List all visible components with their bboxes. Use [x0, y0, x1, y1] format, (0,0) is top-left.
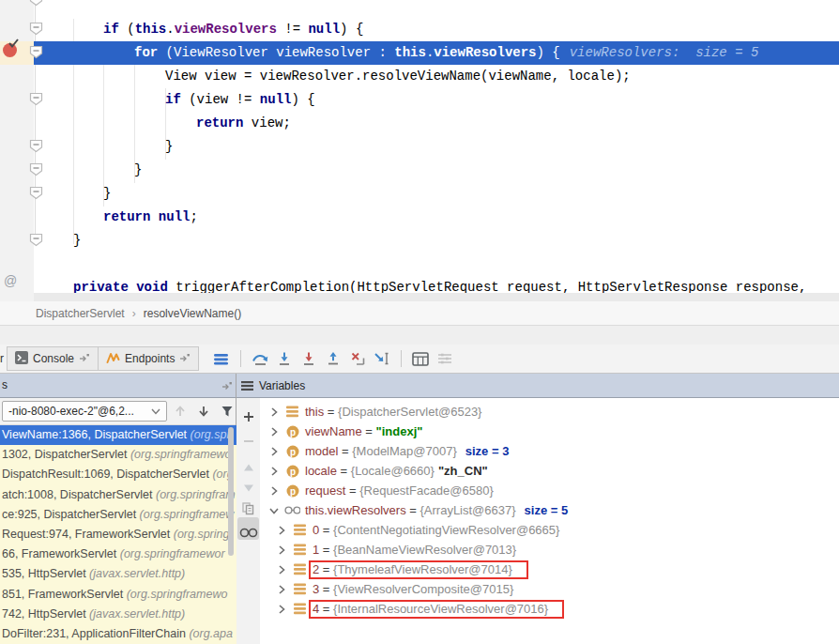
variable-row[interactable]: prequest = {RequestFacade@6580}: [260, 481, 839, 500]
ide-window: if (this.viewResolvers != null) {for (Vi…: [0, 0, 839, 644]
stack-frame[interactable]: 1302, DispatcherServlet (org.springframe…: [0, 445, 236, 465]
tab-debugger-partial[interactable]: r: [0, 352, 7, 365]
stack-frame[interactable]: DispatchResult:1069, DispatcherServlet (…: [0, 465, 236, 484]
jump-icon[interactable]: [179, 352, 191, 365]
stack-frame[interactable]: 742, HttpServlet (javax.servlet.http): [0, 605, 236, 624]
stack-frame[interactable]: Request:974, FrameworkServlet (org.sprin…: [0, 525, 236, 544]
variables-menu-icon[interactable]: [241, 381, 253, 391]
chevron-right-icon[interactable]: [267, 465, 281, 478]
variable-row[interactable]: 0 = {ContentNegotiatingViewResolver@6665…: [260, 520, 839, 540]
fold-marker-icon[interactable]: [29, 233, 43, 247]
chevron-right-icon[interactable]: [275, 524, 288, 537]
fold-marker-icon[interactable]: [29, 22, 43, 36]
code-token: .: [166, 22, 174, 37]
breakpoint-verified-check-icon: [8, 38, 20, 49]
variable-row[interactable]: pmodel = {ModelMap@7007}size = 3: [260, 441, 839, 461]
code-token: (: [119, 22, 135, 37]
execution-code-line: for (ViewResolver viewResolver : this.vi…: [34, 41, 839, 65]
frame-location: Request:974, FrameworkServlet: [2, 528, 174, 541]
force-step-into-icon[interactable]: [297, 347, 321, 370]
step-out-icon[interactable]: [321, 347, 345, 370]
variable-row[interactable]: this.viewResolvers = {ArrayList@6637}siz…: [260, 500, 839, 520]
tab-endpoints[interactable]: Endpoints: [98, 346, 199, 371]
variable-row[interactable]: plocale = {Locale@6660}"zh_CN": [260, 461, 839, 481]
variable-row[interactable]: 1 = {BeanNameViewResolver@7013}: [260, 540, 839, 560]
jump-icon[interactable]: [79, 352, 90, 365]
step-over-icon[interactable]: [248, 347, 272, 370]
tab-console[interactable]: Console: [7, 346, 99, 371]
variable-row[interactable]: 3 = {ViewResolverComposite@7015}: [260, 579, 839, 599]
variable-row[interactable]: this = {DispatcherServlet@6523}: [260, 402, 839, 422]
frame-down-icon[interactable]: [196, 402, 211, 421]
chevron-down-icon[interactable]: [267, 504, 281, 517]
remove-watch-icon[interactable]: [236, 431, 260, 452]
code-token: viewResolvers: [175, 22, 277, 37]
chevron-right-icon[interactable]: [275, 563, 288, 576]
tab-label: Console: [33, 352, 74, 365]
add-watch-icon[interactable]: [236, 406, 260, 427]
fold-marker-icon[interactable]: [29, 92, 43, 106]
variable-row[interactable]: 2 = {ThymeleafViewResolver@7014}: [260, 560, 839, 579]
frame-package: (org.springframewo: [130, 448, 232, 461]
param-icon: p: [284, 465, 300, 478]
annotation-red-box: 2 = {ThymeleafViewResolver@7014}: [309, 560, 528, 579]
panel-headers: s Variables: [0, 374, 839, 398]
chevron-right-icon[interactable]: [267, 406, 281, 419]
equals-sign: =: [319, 602, 333, 616]
move-up-icon[interactable]: [236, 457, 260, 478]
fold-marker-icon[interactable]: [29, 186, 43, 200]
stack-frame-selected[interactable]: ViewName:1366, DispatcherServlet (org.sp…: [0, 425, 236, 445]
variable-ref: {RequestFacade@6580}: [359, 483, 494, 498]
chevron-right-icon[interactable]: [275, 603, 288, 616]
variable-row[interactable]: 4 = {InternalResourceViewResolver@7016}: [260, 599, 839, 619]
variables-tree: this = {DispatcherServlet@6523}pviewName…: [260, 398, 839, 644]
param-icon: p: [284, 425, 300, 438]
stack-frame[interactable]: 851, FrameworkServlet (org.springframewo: [0, 585, 236, 605]
filter-icon[interactable]: [220, 402, 235, 421]
fold-marker-icon[interactable]: [29, 45, 43, 59]
chevron-right-icon[interactable]: [267, 425, 281, 438]
frames-toolbar-icons: [173, 402, 235, 421]
stack-frame[interactable]: 66, FrameworkServlet (org.springframewor: [0, 544, 236, 564]
jump-to-source-icon[interactable]: [221, 380, 233, 393]
show-watches-icon[interactable]: [236, 522, 260, 543]
code-token: View view = viewResolver.resolveViewName…: [165, 69, 631, 84]
editor-toolwindow-seam: [0, 325, 839, 345]
evaluate-expression-icon[interactable]: [408, 347, 433, 370]
stack-frame[interactable]: atch:1008, DispatcherServlet (org.spring…: [0, 485, 236, 505]
stack-frame[interactable]: DoFilter:231, ApplicationFilterChain (or…: [0, 624, 236, 644]
chevron-right-icon[interactable]: [275, 583, 288, 596]
svg-text:p: p: [289, 446, 295, 456]
chevron-right-icon[interactable]: [275, 544, 288, 557]
thread-dropdown[interactable]: -nio-8080-exec-2"@6,2...: [2, 401, 167, 422]
variable-string-value: "indexj": [376, 424, 423, 438]
fold-marker-icon[interactable]: [29, 0, 43, 7]
duplicate-icon[interactable]: [236, 498, 260, 518]
frame-up-icon[interactable]: [173, 402, 188, 421]
code-line: [34, 253, 73, 276]
drop-frame-icon[interactable]: [345, 347, 370, 370]
variable-name: 2: [313, 562, 319, 576]
svg-text:p: p: [289, 466, 295, 476]
run-to-cursor-icon[interactable]: [370, 347, 394, 370]
chevron-right-icon[interactable]: [267, 445, 281, 458]
hamburger-icon[interactable]: [209, 347, 234, 370]
chevron-right-icon[interactable]: [267, 484, 281, 498]
step-into-icon[interactable]: [272, 347, 297, 370]
move-down-icon[interactable]: [236, 478, 260, 498]
frames-scrollbar-thumb[interactable]: [228, 427, 234, 556]
frame-package: (org.spring: [174, 528, 230, 541]
stack-frame[interactable]: 535, HttpServlet (javax.servlet.http): [0, 564, 236, 584]
breadcrumb-method[interactable]: resolveViewName(): [144, 307, 241, 320]
stack-frame[interactable]: ce:925, DispatcherServlet (org.springfra…: [0, 505, 236, 525]
inline-debugger-hint: viewResolvers: size = 5: [570, 45, 759, 60]
code-line: }: [34, 159, 142, 182]
console-icon: [15, 351, 28, 367]
code-token: (view !=: [181, 92, 260, 107]
fold-marker-icon[interactable]: [29, 139, 43, 153]
fold-marker-icon[interactable]: [29, 162, 43, 176]
layout-settings-icon[interactable]: [433, 347, 457, 370]
breadcrumb-class[interactable]: DispatcherServlet: [36, 307, 125, 320]
equals-sign: =: [337, 464, 351, 478]
variable-row[interactable]: pviewName = "indexj": [260, 422, 839, 441]
